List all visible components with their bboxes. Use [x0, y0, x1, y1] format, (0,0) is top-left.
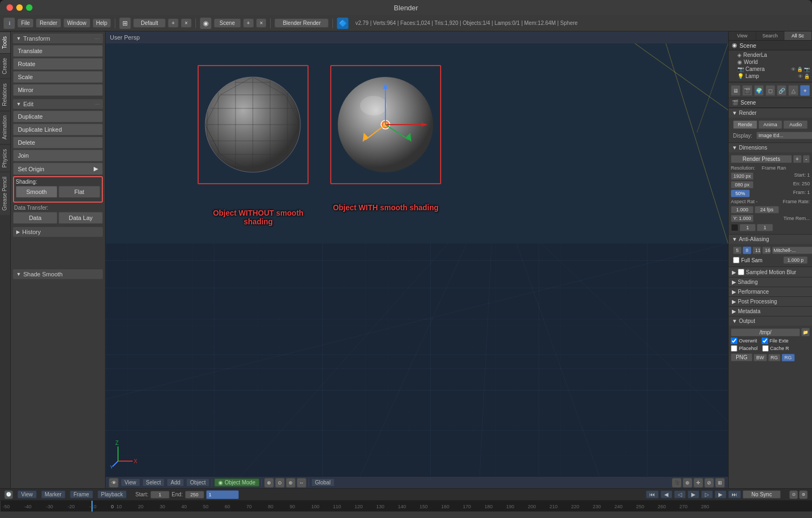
prev-keyframe-btn[interactable]: ◁ [674, 490, 686, 498]
set-origin-btn[interactable]: Set Origin ▶ [13, 163, 103, 175]
translate-btn[interactable]: Translate [13, 45, 103, 57]
duplicate-btn[interactable]: Duplicate [13, 111, 103, 122]
timeline-end-input[interactable] [185, 491, 204, 498]
frame-step2-input[interactable] [757, 224, 773, 231]
viewport-move-icon[interactable]: ↔ [297, 478, 306, 488]
timeline-marker-btn[interactable]: Marker [41, 490, 66, 498]
post-processing-header[interactable]: ▶ Post Processing [729, 297, 812, 306]
jump-end-btn[interactable]: ⏭ [728, 490, 741, 498]
frame-step1-input[interactable] [739, 224, 756, 231]
world-props-icon[interactable]: 🌍 [754, 85, 764, 96]
outliner-renderla[interactable]: ◈ RenderLa [731, 51, 810, 59]
mirror-btn[interactable]: Mirror [13, 84, 103, 96]
minimize-button[interactable] [16, 4, 23, 11]
output-header[interactable]: ▼ Output [729, 316, 812, 326]
render-icon-btn[interactable]: 🖥 [731, 85, 741, 96]
render-tab-anima[interactable]: Anima [758, 120, 783, 129]
lamp-eye-icon[interactable]: 👁 [798, 74, 803, 79]
timeline-start-input[interactable] [150, 491, 169, 498]
aa-num-5[interactable]: 5 [733, 247, 742, 254]
history-section-header[interactable]: ▶ History [13, 227, 103, 237]
cache-r-checkbox[interactable] [762, 345, 769, 352]
scene-name[interactable]: Scene [214, 18, 241, 28]
display-dropdown[interactable] [756, 132, 812, 139]
object-menu-btn[interactable]: Object [186, 478, 209, 487]
close-button[interactable] [6, 4, 13, 11]
window-menu[interactable]: Window [63, 18, 90, 28]
overwrite-checkbox[interactable] [731, 338, 737, 344]
format-input[interactable] [731, 353, 752, 361]
smb-checkbox[interactable] [738, 269, 744, 275]
close-layout-btn[interactable]: × [181, 18, 192, 28]
viewport-pivot-icon[interactable]: ⊛ [286, 478, 296, 488]
scene-icon[interactable]: ◉ [200, 17, 212, 29]
all-scenes-tab[interactable]: All Sc [784, 31, 812, 40]
outliner-camera[interactable]: 📷 Camera 👁 🔒 📷 [731, 66, 810, 73]
timeline-keying-icon[interactable]: ⊙ [789, 490, 798, 499]
play-btn[interactable]: ▶ [687, 490, 699, 498]
rg-btn[interactable]: RG [768, 354, 781, 361]
main-viewport[interactable]: User Persp [106, 31, 728, 488]
flat-btn[interactable]: Flat [58, 186, 100, 198]
create-tab[interactable]: Create [0, 53, 10, 79]
scene-props-icon[interactable]: 🎬 [742, 85, 752, 96]
smb-header[interactable]: ▶ Sampled Motion Blur [729, 267, 812, 277]
res-y-input[interactable] [731, 181, 754, 189]
rgb-btn[interactable]: RG [782, 354, 795, 361]
presets-add-btn[interactable]: + [793, 155, 802, 163]
lamp-restrict-icon[interactable]: 🔒 [804, 74, 810, 79]
data-icon[interactable]: △ [788, 85, 798, 96]
render-tab-audio[interactable]: Audio [783, 120, 808, 129]
transform-section-header[interactable]: ▼ Transform — [13, 34, 103, 43]
timeline-record-icon[interactable]: ⊚ [799, 490, 808, 499]
select-menu-btn[interactable]: Select [142, 478, 165, 487]
timeline-frame-btn[interactable]: Frame [70, 490, 93, 498]
aa-num-11[interactable]: 11 [752, 247, 761, 254]
presets-remove-btn[interactable]: - [803, 155, 810, 163]
viewport-cam-icon[interactable]: 🎥 [672, 478, 682, 488]
performance-header[interactable]: ▶ Performance [729, 287, 812, 296]
material-icon[interactable]: ✦ [800, 85, 810, 96]
jump-start-btn[interactable]: ⏮ [646, 490, 659, 498]
aa-num-8[interactable]: 8 [743, 247, 751, 254]
delete-btn[interactable]: Delete [13, 137, 103, 148]
duplicate-linked-btn[interactable]: Duplicate Linked [13, 124, 103, 135]
metadata-header[interactable]: ▶ Metadata [729, 307, 812, 316]
render-presets-input[interactable] [731, 155, 792, 163]
viewport-canvas[interactable]: Object WITHOUT smooth shading Object WIT… [106, 43, 728, 488]
dimensions-header[interactable]: ▼ Dimensions [729, 143, 812, 152]
bw-btn[interactable]: BW [754, 354, 767, 361]
render-menu[interactable]: Render [36, 18, 61, 28]
aa-filter-input[interactable] [772, 247, 812, 254]
full-sam-val[interactable] [783, 256, 808, 264]
shading-render-header[interactable]: ▶ Shading [729, 277, 812, 287]
render-section-header[interactable]: ▼ Render [729, 108, 812, 118]
data-btn[interactable]: Data [13, 212, 57, 224]
relations-tab[interactable]: Relations [0, 79, 10, 111]
data-lay-btn[interactable]: Data Lay [58, 212, 103, 224]
info-icon[interactable]: ℹ [3, 17, 15, 29]
timeline-icon[interactable]: 🕐 [4, 490, 13, 499]
camera-restrict-icon[interactable]: 🔒 [797, 67, 803, 72]
file-menu[interactable]: File [17, 18, 34, 28]
viewport-onion-icon[interactable]: ⊘ [704, 478, 714, 488]
layout-name[interactable]: Default [133, 18, 166, 28]
full-sam-checkbox[interactable] [733, 257, 739, 263]
object-props-icon[interactable]: ◻ [765, 85, 775, 96]
animation-tab[interactable]: Animation [0, 111, 10, 144]
output-path-input[interactable] [731, 328, 800, 336]
camera-eye-icon[interactable]: 👁 [791, 67, 796, 72]
render-engine-btn[interactable]: Blender Render [274, 18, 329, 28]
no-sync-input[interactable] [743, 490, 781, 498]
add-scene-btn[interactable]: + [243, 18, 254, 28]
close-scene-btn[interactable]: × [256, 18, 267, 28]
viewport-manip-icon[interactable]: ✛ [693, 478, 703, 488]
camera-render-icon[interactable]: 📷 [804, 67, 810, 72]
view-tab[interactable]: View [729, 31, 756, 40]
prev-frame-btn[interactable]: ◀ [660, 490, 672, 498]
grease-pencil-tab[interactable]: Grease Pencil [0, 172, 10, 215]
fps-input[interactable] [755, 206, 779, 213]
timeline-view-btn[interactable]: View [17, 490, 37, 498]
constraints-icon[interactable]: 🔗 [777, 85, 787, 96]
join-btn[interactable]: Join [13, 150, 103, 161]
